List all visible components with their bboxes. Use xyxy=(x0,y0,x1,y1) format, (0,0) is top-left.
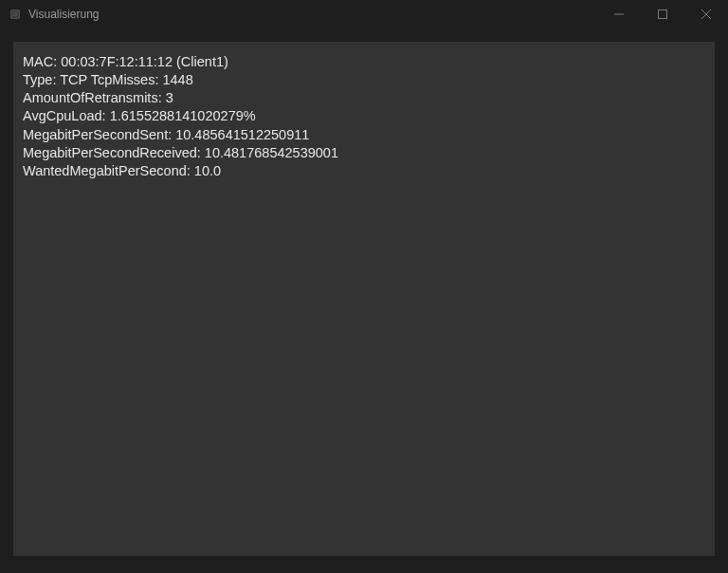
stats-mbps-received-line: MegabitPerSecondReceived: 10.48176854253… xyxy=(23,144,705,162)
app-icon xyxy=(8,7,23,22)
stats-cpuload-line: AvgCpuLoad: 1.6155288141020279% xyxy=(23,107,705,125)
stats-retransmits-line: AmountOfRetransmits: 3 xyxy=(23,89,705,107)
client-area: MAC: 00:03:7F:12:11:12 (Client1) Type: T… xyxy=(0,28,728,573)
window-controls xyxy=(597,0,728,28)
minimize-button[interactable] xyxy=(597,0,641,28)
stats-mac-line: MAC: 00:03:7F:12:11:12 (Client1) xyxy=(23,53,705,71)
maximize-button[interactable] xyxy=(641,0,684,28)
stats-mbps-sent-line: MegabitPerSecondSent: 10.485641512250911 xyxy=(23,126,705,144)
stats-panel: MAC: 00:03:7F:12:11:12 (Client1) Type: T… xyxy=(13,42,715,556)
titlebar[interactable]: Visualisierung xyxy=(0,0,728,28)
stats-type-line: Type: TCP TcpMisses: 1448 xyxy=(23,71,705,89)
stats-wanted-mbps-line: WantedMegabitPerSecond: 10.0 xyxy=(23,162,705,180)
svg-rect-1 xyxy=(12,11,18,17)
svg-rect-3 xyxy=(659,10,667,19)
app-window: Visualisierung MAC: 00:03:7F:12:11:12 (C… xyxy=(0,0,728,573)
close-button[interactable] xyxy=(684,0,728,28)
window-title: Visualisierung xyxy=(28,8,100,21)
